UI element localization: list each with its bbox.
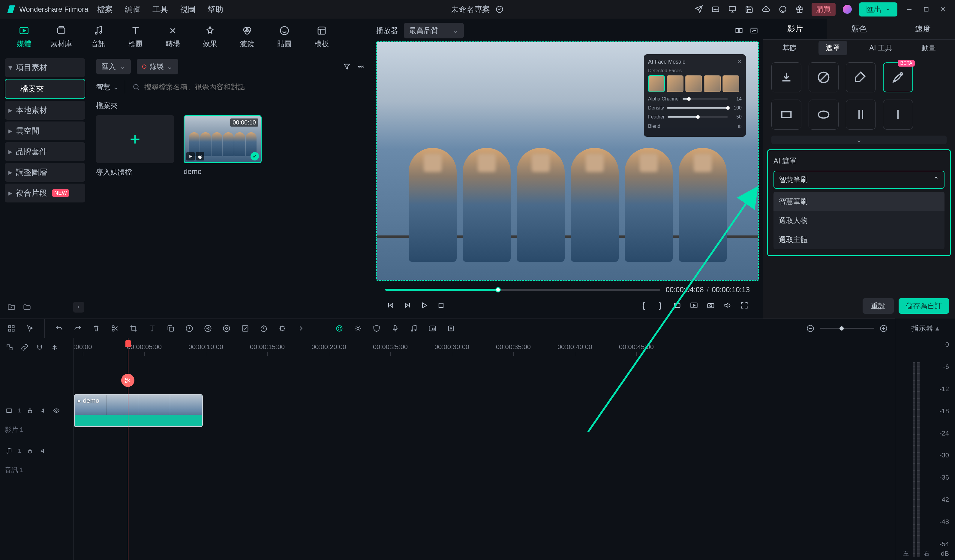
tab-filter[interactable]: 濾鏡: [229, 22, 265, 51]
mask-brush[interactable]: BETA: [883, 63, 913, 92]
track-visible-icon[interactable]: [52, 407, 61, 415]
tab-media[interactable]: 媒體: [6, 22, 42, 51]
tl-stopwatch-button[interactable]: [258, 323, 269, 334]
mark-in-button[interactable]: {: [638, 300, 649, 311]
face-thumb-1[interactable]: [648, 75, 665, 92]
playhead[interactable]: [128, 338, 128, 560]
timeline-ruler[interactable]: :00:00 00:00:05:00 00:00:10:00 00:00:15:…: [74, 338, 895, 357]
record-dropdown[interactable]: 錄製⌄: [137, 59, 178, 74]
tl-nest-button[interactable]: [5, 343, 14, 352]
mark-out-button[interactable]: }: [655, 300, 666, 311]
clip-tools-button[interactable]: [672, 300, 683, 311]
menu-view[interactable]: 視圖: [180, 4, 196, 15]
ai-option-select-person[interactable]: 選取人物: [773, 211, 944, 230]
tl-mic-button[interactable]: [390, 323, 401, 334]
ai-option-select-subject[interactable]: 選取主體: [773, 230, 944, 249]
tl-color-button[interactable]: [221, 323, 232, 334]
tl-undo-button[interactable]: [54, 323, 64, 334]
maximize-button[interactable]: [921, 5, 931, 14]
send-icon[interactable]: [694, 5, 704, 14]
sidebar-item-adjust[interactable]: ▸調整圖層: [5, 163, 85, 182]
tl-marker-button[interactable]: [446, 323, 456, 334]
folder-icon[interactable]: [22, 302, 33, 313]
subtab-basic[interactable]: 基礎: [775, 41, 804, 55]
gift-icon[interactable]: [795, 5, 805, 14]
prop-tab-video[interactable]: 影片: [763, 19, 827, 39]
tab-sticker[interactable]: 貼圖: [266, 22, 302, 51]
collapse-sidebar-button[interactable]: [73, 302, 84, 313]
mask-import[interactable]: [771, 63, 802, 92]
tl-tracking-button[interactable]: [277, 323, 288, 334]
tl-enhance-button[interactable]: [352, 323, 363, 334]
message-icon[interactable]: [711, 5, 720, 14]
face-thumb-5[interactable]: [722, 75, 739, 92]
menu-tools[interactable]: 工具: [152, 4, 168, 15]
prop-tab-color[interactable]: 顏色: [827, 19, 891, 39]
tab-title[interactable]: 標題: [117, 22, 153, 51]
blend-toggle-icon[interactable]: ◐: [737, 123, 742, 129]
alpha-slider[interactable]: [683, 99, 728, 100]
feather-slider[interactable]: [668, 116, 728, 117]
cloud-upload-icon[interactable]: [761, 5, 771, 14]
subtab-ai-tools[interactable]: AI 工具: [862, 41, 900, 55]
tl-copy-button[interactable]: [165, 323, 176, 334]
menu-file[interactable]: 檔案: [97, 4, 113, 15]
sidebar-item-compound[interactable]: ▸複合片段NEW: [5, 183, 85, 202]
monitor-icon[interactable]: [728, 5, 737, 14]
tl-more-button[interactable]: [296, 323, 306, 334]
ai-option-smart-brush[interactable]: 智慧筆刷: [773, 192, 944, 211]
zoom-slider[interactable]: [820, 328, 874, 329]
prev-frame-button[interactable]: [385, 300, 396, 311]
tl-crop-button[interactable]: [128, 323, 139, 334]
tl-ai-button[interactable]: [334, 323, 345, 334]
mask-none[interactable]: [809, 63, 839, 92]
zoom-in-button[interactable]: [878, 323, 889, 334]
face-thumb-3[interactable]: [685, 75, 702, 92]
cut-marker[interactable]: [121, 374, 135, 387]
tl-delete-button[interactable]: [91, 323, 102, 334]
tl-speed-button[interactable]: [184, 323, 195, 334]
tl-magnet-button[interactable]: [35, 343, 44, 352]
new-folder-icon[interactable]: [6, 302, 17, 313]
import-dropdown[interactable]: 匯入⌄: [96, 59, 131, 74]
subtab-animation[interactable]: 動畫: [914, 41, 943, 55]
scrub-bar[interactable]: [385, 289, 661, 291]
audio-track-header[interactable]: 1: [0, 434, 74, 467]
expand-shapes-button[interactable]: ⌄: [771, 136, 947, 144]
ai-mask-dropdown[interactable]: 智慧筆刷 ⌃: [773, 171, 944, 189]
menu-help[interactable]: 幫助: [208, 4, 223, 15]
menu-edit[interactable]: 編輯: [125, 4, 141, 15]
tab-effect[interactable]: 效果: [192, 22, 228, 51]
ai-face-mosaic-panel[interactable]: AI Face Mosaic✕ Detected Faces Alpha Cha…: [644, 54, 746, 137]
buy-button[interactable]: 購買: [812, 3, 836, 16]
next-frame-button[interactable]: [402, 300, 413, 311]
tl-cursor-button[interactable]: [25, 323, 35, 334]
preview-viewport[interactable]: AI Face Mosaic✕ Detected Faces Alpha Cha…: [376, 41, 759, 281]
camera-button[interactable]: [705, 300, 716, 311]
sidebar-item-brand[interactable]: ▸品牌套件: [5, 142, 85, 161]
sidebar-item-cloud[interactable]: ▸雲空間: [5, 122, 85, 140]
user-avatar[interactable]: [843, 5, 852, 14]
minimize-button[interactable]: [905, 5, 914, 14]
prop-tab-speed[interactable]: 速度: [891, 19, 955, 39]
tl-snap-button[interactable]: [50, 343, 59, 352]
quality-dropdown[interactable]: 最高品質⌄: [404, 23, 464, 38]
tab-audio[interactable]: 音訊: [80, 22, 116, 51]
render-preview-button[interactable]: [689, 300, 699, 311]
sidebar-item-project[interactable]: ▾項目素材: [5, 58, 85, 77]
audio-lock-icon[interactable]: [26, 447, 34, 455]
tl-reverse-button[interactable]: [202, 323, 213, 334]
sidebar-item-local[interactable]: ▸本地素材: [5, 101, 85, 120]
tl-redo-button[interactable]: [72, 323, 83, 334]
more-icon[interactable]: [357, 62, 366, 71]
subtab-mask[interactable]: 遮罩: [819, 41, 847, 55]
fullscreen-button[interactable]: [739, 300, 750, 311]
compare-icon[interactable]: [734, 26, 744, 35]
mask-single-line[interactable]: [883, 100, 913, 130]
stop-button[interactable]: [436, 300, 446, 311]
density-slider[interactable]: [667, 107, 728, 109]
mask-double-line[interactable]: [846, 100, 876, 130]
mask-ellipse[interactable]: [809, 100, 839, 130]
track-mute-icon[interactable]: [39, 407, 47, 415]
import-media-button[interactable]: [96, 115, 174, 163]
